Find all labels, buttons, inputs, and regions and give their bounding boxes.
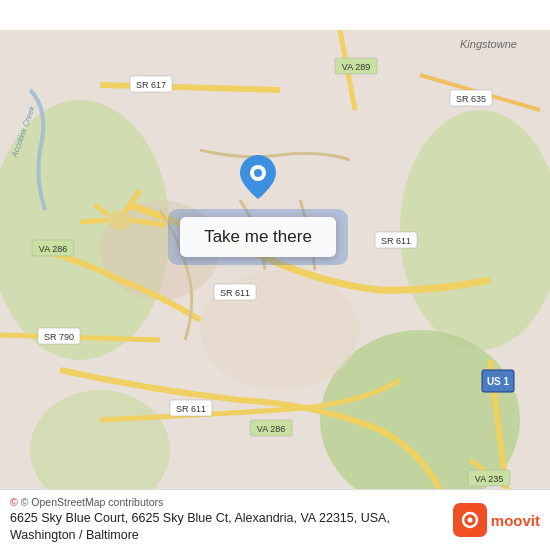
svg-text:VA 235: VA 235	[475, 474, 503, 484]
bottom-left-content: © © OpenStreetMap contributors 6625 Sky …	[10, 496, 443, 544]
map-pin-icon	[240, 155, 276, 203]
svg-text:VA 286: VA 286	[257, 424, 285, 434]
bottom-info-bar: © © OpenStreetMap contributors 6625 Sky …	[0, 489, 550, 550]
svg-text:SR 790: SR 790	[44, 332, 74, 342]
svg-text:US 1: US 1	[487, 376, 510, 387]
svg-line-38	[80, 220, 108, 222]
osm-attribution: © © OpenStreetMap contributors	[10, 496, 443, 508]
map-background: SR 617 VA 289 SR 635 VA 286 SR 790 SR 61…	[0, 0, 550, 550]
svg-point-36	[108, 210, 132, 230]
button-highlight-bg: Take me there	[168, 209, 348, 265]
moovit-logo[interactable]: moovit	[453, 503, 540, 537]
svg-text:VA 289: VA 289	[342, 62, 370, 72]
svg-text:SR 611: SR 611	[381, 236, 411, 246]
map-container: SR 617 VA 289 SR 635 VA 286 SR 790 SR 61…	[0, 0, 550, 550]
svg-text:SR 635: SR 635	[456, 94, 486, 104]
svg-text:VA 286: VA 286	[39, 244, 67, 254]
moovit-icon	[453, 503, 487, 537]
svg-text:SR 611: SR 611	[220, 288, 250, 298]
take-me-there-button[interactable]: Take me there	[180, 217, 336, 257]
cta-button-wrapper[interactable]: Take me there	[148, 155, 368, 265]
copyright-symbol: ©	[10, 496, 18, 508]
moovit-label: moovit	[491, 512, 540, 529]
osm-text: © OpenStreetMap contributors	[21, 496, 164, 508]
svg-text:SR 611: SR 611	[176, 404, 206, 414]
svg-text:SR 617: SR 617	[136, 80, 166, 90]
svg-point-44	[467, 518, 472, 523]
svg-point-42	[254, 169, 262, 177]
address-line: 6625 Sky Blue Court, 6625 Sky Blue Ct, A…	[10, 510, 443, 544]
svg-text:Kingstowne: Kingstowne	[460, 38, 517, 50]
